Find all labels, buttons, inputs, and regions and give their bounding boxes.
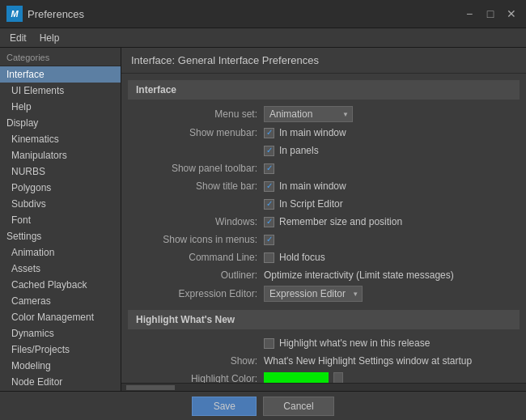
section-interface: Interface Menu set: Animation ▼ Show men…	[128, 80, 520, 303]
control-panel-toolbar	[264, 163, 513, 174]
form-row-show-icons: Show icons in menus:	[128, 231, 520, 248]
form-row-show-titlebar: Show title bar: In main window	[128, 177, 520, 195]
close-button[interactable]: ✕	[503, 6, 520, 22]
chevron-down-icon-2: ▼	[352, 291, 358, 298]
label-highlight-release: Highlight what's new in this release	[279, 337, 430, 349]
control-show-highlight: What's New Highlight Settings window at …	[264, 355, 513, 367]
control-outliner: Optimize interactivity (Limit state mess…	[264, 269, 513, 281]
control-show-menubar-1: In main window	[264, 127, 513, 138]
main-layout: Categories Interface UI Elements Help Di…	[0, 48, 526, 391]
save-button[interactable]: Save	[192, 397, 257, 416]
maximize-button[interactable]: □	[482, 6, 498, 22]
checkbox-titlebar-main-window[interactable]	[264, 181, 274, 192]
sidebar-item-nurbs[interactable]: NURBS	[0, 163, 121, 180]
app-icon: M	[6, 6, 23, 22]
sidebar-item-display[interactable]: Display	[0, 115, 121, 131]
window-controls: − □ ✕	[461, 6, 520, 22]
control-show-icons	[264, 235, 513, 245]
control-titlebar-main: In main window	[264, 180, 513, 192]
label-remember-size: Remember size and position	[279, 216, 402, 227]
checkbox-remember-size[interactable]	[264, 217, 274, 227]
control-titlebar-script: In Script Editor	[264, 198, 513, 210]
label-show-titlebar: Show title bar:	[134, 180, 264, 192]
control-windows: Remember size and position	[264, 216, 513, 227]
sidebar-item-cameras[interactable]: Cameras	[0, 293, 121, 309]
label-outliner: Outliner:	[134, 269, 264, 281]
text-show-highlight: What's New Highlight Settings window at …	[264, 355, 472, 367]
sidebar-item-ui-elements[interactable]: UI Elements	[0, 83, 121, 99]
label-windows: Windows:	[134, 216, 264, 227]
sidebar-item-rendering[interactable]: Rendering	[0, 390, 121, 391]
form-row-show-titlebar-script: In Script Editor	[128, 195, 520, 213]
form-row-windows: Windows: Remember size and position	[128, 213, 520, 231]
content-header: Interface: General Interface Preferences	[121, 48, 526, 74]
title-bar: M Preferences − □ ✕	[0, 0, 526, 28]
checkbox-menubar-panels[interactable]	[264, 146, 274, 156]
sidebar-item-animation[interactable]: Animation	[0, 244, 121, 261]
minimize-button[interactable]: −	[461, 6, 477, 22]
dropdown-expression-editor-value: Expression Editor	[269, 288, 346, 299]
sidebar-item-settings[interactable]: Settings	[0, 228, 121, 244]
sidebar-item-modeling[interactable]: Modeling	[0, 358, 121, 374]
sidebar-item-files-projects[interactable]: Files/Projects	[0, 342, 121, 358]
label-menu-set: Menu set:	[134, 108, 264, 120]
content-area: Interface: General Interface Preferences…	[121, 48, 526, 391]
h-scrollbar-thumb[interactable]	[126, 385, 175, 390]
cancel-button[interactable]: Cancel	[263, 397, 333, 416]
sidebar-item-cached-playback[interactable]: Cached Playback	[0, 277, 121, 293]
horizontal-scrollbar[interactable]	[121, 383, 526, 391]
form-row-outliner: Outliner: Optimize interactivity (Limit …	[128, 266, 520, 284]
form-row-highlight-color: Highlight Color:	[128, 370, 520, 383]
menu-help[interactable]: Help	[33, 31, 66, 45]
menu-edit[interactable]: Edit	[3, 31, 33, 45]
form-row-show-menubar: Show menubar: In main window	[128, 124, 520, 142]
control-menu-set: Animation ▼	[264, 106, 513, 122]
control-highlight-color	[264, 372, 513, 383]
checkbox-menubar-main-window[interactable]	[264, 128, 274, 138]
bottom-bar: Save Cancel	[0, 391, 526, 420]
label-titlebar-main-window: In main window	[279, 180, 346, 192]
checkbox-hold-focus[interactable]	[264, 252, 274, 263]
form-row-expression-editor: Expression Editor: Expression Editor ▼	[128, 284, 520, 303]
control-command-line: Hold focus	[264, 252, 513, 263]
sidebar-item-subdivs[interactable]: Subdivs	[0, 196, 121, 212]
checkbox-panel-toolbar[interactable]	[264, 163, 274, 174]
sidebar-item-kinematics[interactable]: Kinematics	[0, 131, 121, 147]
checkbox-show-icons[interactable]	[264, 235, 274, 245]
form-row-show-menubar-panels: In panels	[128, 142, 520, 159]
dropdown-menu-set[interactable]: Animation ▼	[264, 106, 353, 122]
color-swatch-highlight[interactable]	[264, 372, 329, 383]
sidebar: Categories Interface UI Elements Help Di…	[0, 48, 121, 391]
sidebar-item-polygons[interactable]: Polygons	[0, 180, 121, 196]
sidebar-item-assets[interactable]: Assets	[0, 261, 121, 277]
label-hold-focus: Hold focus	[279, 252, 325, 263]
form-row-panel-toolbar: Show panel toolbar:	[128, 159, 520, 177]
form-row-menu-set: Menu set: Animation ▼	[128, 104, 520, 124]
sidebar-item-interface[interactable]: Interface	[0, 66, 121, 83]
label-in-panels: In panels	[279, 145, 319, 156]
chevron-down-icon: ▼	[342, 111, 349, 118]
sidebar-item-color-management[interactable]: Color Management	[0, 309, 121, 325]
checkbox-titlebar-script-editor[interactable]	[264, 199, 274, 210]
form-row-command-line: Command Line: Hold focus	[128, 248, 520, 266]
sidebar-item-font[interactable]: Font	[0, 212, 121, 228]
sidebar-item-help[interactable]: Help	[0, 99, 121, 115]
sidebar-item-manipulators[interactable]: Manipulators	[0, 147, 121, 163]
label-command-line: Command Line:	[134, 252, 264, 263]
sidebar-item-dynamics[interactable]: Dynamics	[0, 325, 121, 342]
control-show-menubar-2: In panels	[264, 145, 513, 156]
label-show-menubar: Show menubar:	[134, 127, 264, 138]
label-show-highlight: Show:	[134, 355, 264, 367]
dropdown-expression-editor[interactable]: Expression Editor ▼	[264, 286, 363, 302]
color-swatch-end	[333, 372, 343, 383]
form-row-show-highlight: Show: What's New Highlight Settings wind…	[128, 352, 520, 370]
dropdown-menu-set-value: Animation	[269, 108, 312, 120]
checkbox-highlight-release[interactable]	[264, 338, 274, 349]
label-expression-editor: Expression Editor:	[134, 288, 264, 299]
label-show-icons: Show icons in menus:	[134, 234, 264, 245]
window-title: Preferences	[28, 8, 461, 20]
section-header-highlight: Highlight What's New	[128, 310, 520, 329]
section-header-interface: Interface	[128, 80, 520, 100]
sidebar-item-node-editor[interactable]: Node Editor	[0, 374, 121, 390]
label-in-main-window: In main window	[279, 127, 346, 138]
